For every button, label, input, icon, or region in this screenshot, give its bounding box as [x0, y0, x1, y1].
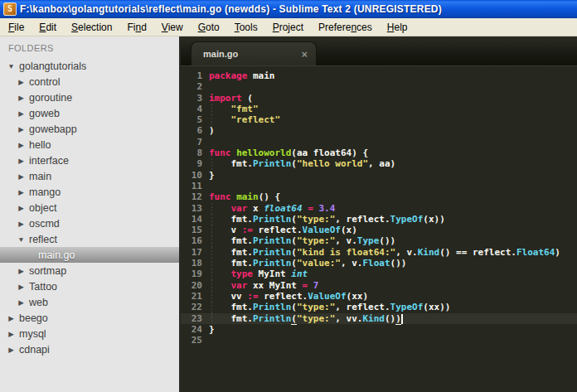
code-line-content — [202, 81, 209, 92]
line-number: 12 — [181, 191, 202, 202]
code-line[interactable]: 6) — [181, 125, 577, 136]
code-line[interactable]: 25 — [181, 335, 577, 346]
code-line[interactable]: 16 fmt.Println("type:", v.Type()) — [181, 235, 577, 246]
code-token: "type:" — [297, 313, 335, 324]
line-number: 9 — [181, 158, 202, 169]
sidebar-item-gowebapp[interactable]: ▶gowebapp — [0, 121, 179, 137]
menu-item-goto[interactable]: Goto — [191, 20, 227, 35]
line-number: 7 — [181, 137, 202, 148]
code-token: (xx)) — [423, 302, 450, 312]
menu-item-view[interactable]: View — [154, 20, 191, 35]
code-token: func — [209, 191, 231, 202]
sidebar-item-hello[interactable]: ▶hello — [0, 137, 179, 152]
code-token: reflect. — [253, 225, 303, 235]
chevron-right-icon: ▶ — [17, 125, 26, 133]
sidebar-item-beego[interactable]: ▶beego — [0, 310, 179, 326]
code-line[interactable]: 15 v := reflect.ValueOf(x) — [181, 225, 577, 235]
sidebar-item-goweb[interactable]: ▶goweb — [0, 105, 179, 121]
code-line[interactable]: 23 fmt.Println("type:", vv.Kind()) — [181, 313, 577, 324]
code-line[interactable]: 22 fmt.Println("type:", reflect.TypeOf(x… — [181, 302, 577, 312]
code-line-content: type MyInt int — [202, 269, 308, 279]
code-token: Println — [253, 247, 291, 258]
code-line[interactable]: 24} — [181, 324, 577, 335]
tab-close-icon[interactable]: × — [301, 49, 308, 60]
line-number: 24 — [181, 324, 202, 335]
sidebar-item-label: main.go — [38, 249, 75, 261]
sidebar-item-web[interactable]: ▶web — [0, 294, 179, 310]
menu-item-help[interactable]: Help — [380, 20, 415, 35]
code-line[interactable]: 4 "fmt" — [181, 104, 577, 114]
line-number: 15 — [181, 225, 202, 235]
code-token: , v. — [395, 247, 418, 258]
code-line[interactable]: 11 — [181, 181, 577, 191]
code-line[interactable]: 17 fmt.Println("kind is float64:", v.Kin… — [181, 247, 577, 258]
menu-item-tools[interactable]: Tools — [227, 20, 265, 35]
menu-item-edit[interactable]: Edit — [32, 20, 64, 35]
sidebar-item-interface[interactable]: ▶interface — [0, 152, 179, 168]
sidebar-item-mango[interactable]: ▶mango — [0, 184, 179, 200]
sidebar-item-label: mango — [29, 186, 61, 198]
sidebar-item-label: main — [29, 171, 51, 182]
sidebar-item-main-go[interactable]: main.go — [0, 247, 179, 263]
code-line[interactable]: 10} — [181, 170, 577, 181]
sidebar-item-label: sortmap — [29, 265, 66, 277]
window-title: F:\kanbox\golangtutorials\reflect\main.g… — [20, 3, 442, 15]
menu-item-file[interactable]: File — [1, 20, 32, 35]
sidebar-item-object[interactable]: ▶object — [0, 200, 179, 215]
chevron-right-icon: ▶ — [17, 78, 26, 86]
sidebar-item-label: hello — [29, 139, 51, 151]
code-line[interactable]: 14 fmt.Println("type:", reflect.TypeOf(x… — [181, 214, 577, 225]
menu-item-selection[interactable]: Selection — [64, 20, 119, 35]
chevron-right-icon: ▶ — [17, 141, 26, 149]
code-token: Println — [253, 235, 291, 246]
code-line[interactable]: 7 — [181, 137, 577, 148]
code-line-content: fmt.Println("type:", reflect.TypeOf(x)) — [202, 214, 445, 225]
tab-main-go[interactable]: main.go × — [191, 41, 317, 65]
code-line[interactable]: 9 fmt.Println("hello world", aa) — [181, 158, 577, 169]
code-token: fmt. — [209, 313, 253, 324]
code-line[interactable]: 19 type MyInt int — [181, 269, 577, 279]
code-token: Type — [357, 235, 380, 246]
text-caret — [401, 314, 403, 324]
code-line[interactable]: 20 var xx MyInt = 7 — [181, 280, 577, 291]
code-token — [209, 280, 231, 291]
main-area: FOLDERS ▼golangtutorials▶control▶gorouti… — [0, 36, 577, 392]
menu-item-preferences[interactable]: Preferences — [311, 20, 380, 35]
menu-item-project[interactable]: Project — [265, 20, 311, 35]
sidebar-item-sortmap[interactable]: ▶sortmap — [0, 263, 179, 278]
sidebar-item-label: gowebapp — [29, 123, 77, 135]
code-token: ( — [291, 313, 297, 325]
line-number: 22 — [181, 302, 202, 312]
sidebar-item-control[interactable]: ▶control — [0, 74, 179, 90]
sidebar-item-golangtutorials[interactable]: ▼golangtutorials — [0, 58, 179, 74]
menu-item-find[interactable]: Find — [119, 20, 153, 35]
code-token: TypeOf — [390, 214, 424, 225]
sidebar-item-oscmd[interactable]: ▶oscmd — [0, 215, 179, 231]
code-token: ()) — [390, 258, 407, 269]
sidebar-item-cdnapi[interactable]: ▶cdnapi — [0, 341, 179, 357]
code-token: Println — [253, 302, 291, 312]
sidebar-item-goroutine[interactable]: ▶goroutine — [0, 90, 179, 105]
code-token: = — [308, 203, 313, 214]
sidebar-item-tattoo[interactable]: ▶Tattoo — [0, 278, 179, 294]
code-area[interactable]: 1package main23import (4 "fmt"5 "reflect… — [181, 66, 577, 392]
line-number: 17 — [181, 247, 202, 258]
sidebar-item-reflect[interactable]: ▼reflect — [0, 231, 179, 247]
code-line[interactable]: 5 "reflect" — [181, 114, 577, 125]
sidebar-item-label: interface — [29, 155, 69, 167]
code-line[interactable]: 8func helloworld(aa float64) { — [181, 148, 577, 158]
code-line[interactable]: 18 fmt.Println("value:", v.Float()) — [181, 258, 577, 269]
code-line[interactable]: 12func main() { — [181, 191, 577, 202]
code-line[interactable]: 13 var x float64 = 3.4 — [181, 203, 577, 214]
code-line[interactable]: 3import ( — [181, 93, 577, 104]
code-line[interactable]: 1package main — [181, 70, 577, 81]
code-token: package — [209, 70, 247, 81]
chevron-right-icon: ▶ — [7, 346, 16, 354]
code-line-content: vv := reflect.ValueOf(xx) — [202, 291, 368, 302]
sidebar-item-mysql[interactable]: ▶mysql — [0, 326, 179, 341]
sidebar-item-main[interactable]: ▶main — [0, 168, 179, 184]
code-line[interactable]: 2 — [181, 81, 577, 92]
code-line[interactable]: 21 vv := reflect.ValueOf(xx) — [181, 291, 577, 302]
code-line-content: func helloworld(aa float64) { — [202, 148, 368, 158]
folders-header: FOLDERS — [0, 36, 179, 58]
